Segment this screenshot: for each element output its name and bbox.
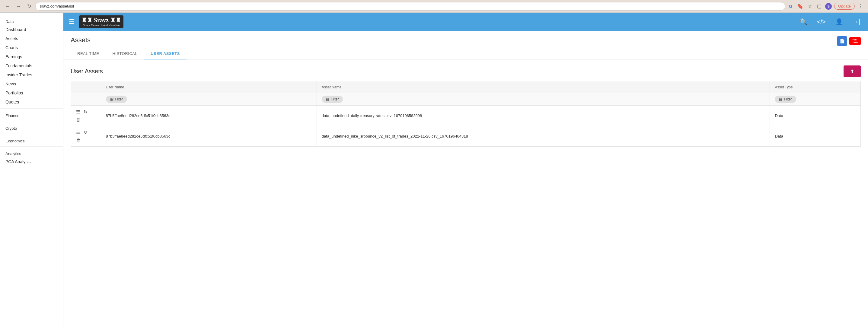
row1-list-button[interactable]: ☰	[75, 108, 81, 115]
top-nav: ☰ ♜♜ Sravz ♜♜ Share Research And Visuali…	[63, 13, 868, 31]
youtube-icon[interactable]: YouTube	[849, 37, 861, 45]
search-icon-button[interactable]: 🔍	[797, 17, 810, 27]
forward-button[interactable]: →	[14, 3, 23, 10]
row1-assettype: Data	[770, 106, 861, 126]
filter-icon-username: ▦	[110, 97, 114, 101]
back-button[interactable]: ←	[4, 3, 12, 10]
table-row: ☰ ↻ 🗑 87b5ffae8eed282ce6dfc51f0cb8563c d…	[71, 106, 861, 126]
sidebar-item-portfolios[interactable]: Portfolios	[0, 88, 63, 97]
sidebar-divider-3	[0, 134, 63, 134]
sidebar-section-crypto: Crypto	[0, 123, 63, 132]
sidebar-section-finance: Finance	[0, 110, 63, 119]
section-title: User Assets	[71, 68, 103, 75]
filter-icon-assetname: ▦	[326, 97, 329, 101]
bookmark-button[interactable]: 🔖	[796, 3, 804, 10]
row2-actions-cell: ☰ ↻ 🗑	[71, 126, 101, 146]
col-username: User Name	[101, 81, 317, 93]
filter-username-label: Filter	[115, 97, 123, 101]
app-container: Data Dashboard Assets Charts Earnings Fu…	[0, 13, 868, 327]
sidebar-item-news[interactable]: News	[0, 79, 63, 88]
filter-assetname-button[interactable]: ▦ Filter	[322, 96, 343, 103]
menu-button[interactable]: ⋮	[857, 3, 864, 10]
sidebar-section-data: Data	[0, 16, 63, 25]
page-header: Assets 📄 YouTube	[63, 31, 868, 46]
filter-icon-assettype: ▦	[779, 97, 782, 101]
row2-username: 87b5ffae8eed282ce6dfc51f0cb8563c	[101, 126, 317, 146]
filter-cell-assetname: ▦ Filter	[317, 93, 770, 106]
row1-actions: ☰ ↻ 🗑	[75, 108, 96, 123]
user-avatar[interactable]: S	[825, 3, 832, 10]
reload-button[interactable]: ↻	[25, 3, 33, 10]
row1-actions-cell: ☰ ↻ 🗑	[71, 106, 101, 126]
row2-assetname: data_undefined_nike_srbounce_v2_list_of_…	[317, 126, 770, 146]
row2-delete-button[interactable]: 🗑	[75, 137, 81, 143]
filter-assettype-button[interactable]: ▦ Filter	[775, 96, 796, 103]
sidebar-item-insider-trades[interactable]: Insider Trades	[0, 70, 63, 79]
url-text: sravz.com/asset/list	[40, 4, 74, 8]
browser-actions: G 🔖 ☆ ▢ S Update ⋮	[788, 3, 864, 10]
table-filter-row: ▦ Filter ▦ Filter	[71, 93, 861, 106]
filter-assettype-label: Filter	[784, 97, 792, 101]
row1-assetname: data_undefined_daily-treasury-rates.csv_…	[317, 106, 770, 126]
row2-action-row-bottom: 🗑	[75, 137, 81, 143]
row1-action-row-bottom: 🗑	[75, 117, 81, 123]
star-button[interactable]: ☆	[807, 3, 813, 10]
upload-button[interactable]: ⬆	[843, 65, 861, 77]
sidebar-item-assets[interactable]: Assets	[0, 34, 63, 43]
sidebar-item-charts[interactable]: Charts	[0, 43, 63, 52]
col-assetname: Asset Name	[317, 81, 770, 93]
assets-table: User Name Asset Name Asset Type ▦ Filter	[71, 81, 861, 146]
filter-cell-empty	[71, 93, 101, 106]
filter-username-button[interactable]: ▦ Filter	[106, 96, 127, 103]
logo-box: ♜♜ Sravz ♜♜ Share Research And Visualize	[79, 15, 123, 28]
logout-icon-button[interactable]: →|	[850, 17, 863, 27]
extension-button[interactable]: ▢	[816, 3, 823, 10]
col-actions	[71, 81, 101, 93]
table-row: ☰ ↻ 🗑 87b5ffae8eed282ce6dfc51f0cb8563c d…	[71, 126, 861, 146]
row1-action-row-top: ☰ ↻	[75, 108, 88, 115]
update-button[interactable]: Update	[834, 3, 855, 10]
sidebar-item-quotes[interactable]: Quotes	[0, 97, 63, 106]
account-icon-button[interactable]: 👤	[833, 17, 845, 27]
row2-actions: ☰ ↻ 🗑	[75, 129, 96, 143]
logo-name: ♜♜ Sravz ♜♜	[82, 17, 121, 24]
share-icon-button[interactable]: </>	[814, 17, 828, 27]
table-container: User Name Asset Name Asset Type ▦ Filter	[63, 81, 868, 146]
row1-delete-button[interactable]: 🗑	[75, 117, 81, 123]
sidebar-item-dashboard[interactable]: Dashboard	[0, 25, 63, 34]
tab-real-time[interactable]: REAL TIME	[71, 48, 105, 59]
tabs-bar: REAL TIME HISTORICAL USER ASSETS	[63, 46, 868, 59]
row2-refresh-button[interactable]: ↻	[83, 129, 88, 136]
row2-assettype: Data	[770, 126, 861, 146]
sidebar-item-earnings[interactable]: Earnings	[0, 52, 63, 61]
sidebar-divider-4	[0, 146, 63, 146]
sidebar-item-fundamentals[interactable]: Fundamentals	[0, 61, 63, 70]
row2-action-row-top: ☰ ↻	[75, 129, 88, 136]
hamburger-button[interactable]: ☰	[69, 18, 74, 25]
sidebar: Data Dashboard Assets Charts Earnings Fu…	[0, 13, 63, 327]
tab-historical[interactable]: HISTORICAL	[105, 48, 144, 59]
filter-cell-username: ▦ Filter	[101, 93, 317, 106]
address-bar[interactable]: sravz.com/asset/list	[35, 2, 785, 10]
logo-area: ♜♜ Sravz ♜♜ Share Research And Visualize	[79, 15, 123, 28]
row2-list-button[interactable]: ☰	[75, 129, 81, 136]
filter-cell-assettype: ▦ Filter	[770, 93, 861, 106]
upload-icon: ⬆	[850, 68, 854, 74]
table-header-row: User Name Asset Name Asset Type	[71, 81, 861, 93]
tab-user-assets[interactable]: USER ASSETS	[144, 48, 187, 59]
sidebar-section-analytics: Analytics	[0, 149, 63, 157]
main-content: Assets 📄 YouTube REAL TIME HISTORICAL US…	[63, 31, 868, 327]
row1-refresh-button[interactable]: ↻	[83, 108, 88, 115]
sidebar-section-economics: Economics	[0, 136, 63, 144]
section-header: User Assets ⬆	[63, 59, 868, 81]
page-title: Assets	[71, 36, 91, 44]
logo-sub: Share Research And Visualize	[83, 24, 120, 27]
col-assettype: Asset Type	[770, 81, 861, 93]
sidebar-item-pca-analysis[interactable]: PCA Analysis	[0, 157, 63, 166]
google-button[interactable]: G	[788, 3, 794, 9]
filter-assetname-label: Filter	[331, 97, 339, 101]
sidebar-divider-2	[0, 121, 63, 121]
header-icons: 📄 YouTube	[837, 36, 861, 46]
docs-icon[interactable]: 📄	[837, 36, 847, 46]
row1-username: 87b5ffae8eed282ce6dfc51f0cb8563c	[101, 106, 317, 126]
